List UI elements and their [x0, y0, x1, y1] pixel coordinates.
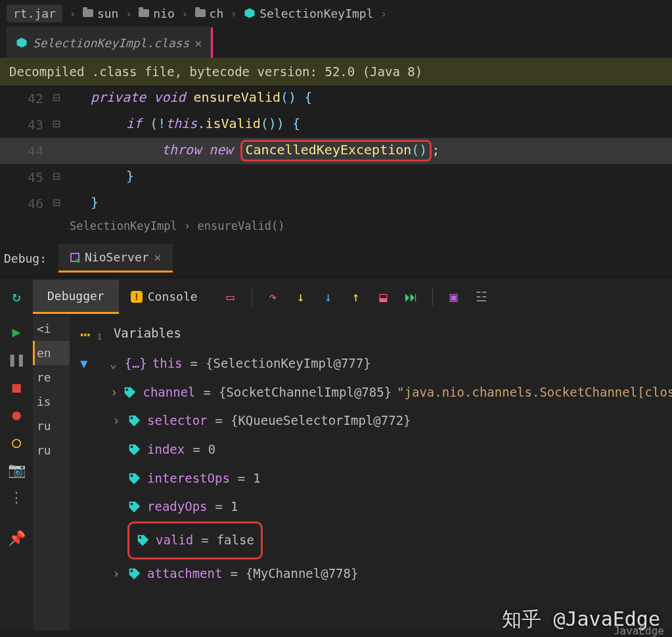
stop-icon[interactable]: ■ [9, 380, 24, 394]
line-number: 43 [0, 112, 53, 138]
exception-name: CancelledKeyException [245, 142, 411, 158]
class-icon [244, 7, 256, 19]
crumb-label: ch [210, 7, 224, 20]
field-icon [127, 500, 142, 514]
variables-title: Variables [114, 326, 181, 340]
class-icon [16, 37, 28, 49]
camera-icon[interactable]: 📷 [9, 462, 24, 477]
run-config-icon [70, 253, 79, 262]
filter-icon[interactable]: ▼ [80, 349, 87, 378]
rerun-icon[interactable]: ↻ [9, 290, 24, 304]
mute-bp-icon[interactable]: ◯ [9, 435, 24, 449]
field-icon [136, 533, 150, 548]
settings-icon[interactable]: ☳ [475, 290, 488, 303]
tab-console[interactable]: ! Console [119, 280, 210, 313]
close-icon[interactable]: ✕ [154, 250, 162, 264]
more-dots-icon[interactable]: … [80, 327, 91, 334]
editor-tab-bar: SelectionKeyImpl.class ✕ [0, 26, 672, 58]
var-value: {SocketChannelImpl@785} [219, 378, 392, 407]
var-row[interactable]: readyOps = 1 [74, 493, 668, 521]
code-editor[interactable]: 42 ⊟ private void ensureValid() { 43 ⊟ i… [0, 85, 672, 217]
var-row[interactable]: ›channel = {SocketChannelImpl@785} "java… [74, 378, 668, 407]
svg-point-4 [131, 445, 133, 448]
fold-icon[interactable]: ⊟ [53, 190, 64, 217]
var-name: valid [156, 526, 193, 555]
watermark-small: JavaEdge [614, 625, 664, 637]
debugger-toolbar: ↻ Debugger ! Console ▭ ↷ ↓ ↓ ↑ ⬓ ⏭ ▣ ☳ [0, 277, 672, 315]
collapse-icon[interactable]: ⌄ [107, 349, 119, 378]
frames-list[interactable]: <i en re is ru ru [33, 315, 70, 630]
crumb-class[interactable]: SelectionKeyImpl [244, 7, 373, 20]
show-exec-point-icon[interactable]: ▭ [224, 290, 237, 303]
close-icon[interactable]: ✕ [194, 36, 202, 50]
var-row[interactable]: valid = false [74, 521, 668, 560]
svg-point-8 [131, 569, 133, 572]
editor-context-crumb[interactable]: SelectionKeyImpl › ensureValid() [0, 217, 672, 239]
var-name: interestOps [147, 464, 230, 493]
resume-icon[interactable]: ▶ [9, 324, 24, 339]
crumb-nio[interactable]: nio [139, 7, 175, 20]
debug-panel: ▶ ❚❚ ■ ● ◯ 📷 ⋮ 📌 <i en re is ru ru …1 Va… [0, 315, 672, 630]
frame-row[interactable]: re [33, 365, 70, 389]
step-over-icon[interactable]: ↷ [267, 290, 280, 303]
var-name: selector [147, 406, 208, 435]
crumb-label: nio [153, 7, 175, 20]
evaluate-icon[interactable]: ▣ [447, 290, 460, 303]
decompiled-banner: Decompiled .class file, bytecode version… [0, 58, 672, 85]
crumb-root[interactable]: rt.jar [7, 5, 62, 22]
pin-icon[interactable]: 📌 [9, 531, 24, 545]
more-icon[interactable]: ⋮ [9, 490, 24, 504]
expand-icon[interactable]: › [110, 378, 118, 407]
svg-point-2 [126, 388, 129, 391]
field-icon [123, 385, 137, 400]
field-icon [127, 472, 142, 486]
variables-panel: …1 Variables ▼ ⌄ {…} this = {SelectionKe… [70, 315, 672, 630]
pause-icon[interactable]: ❚❚ [9, 352, 24, 366]
run-to-cursor-icon[interactable]: ⏭ [405, 290, 418, 303]
svg-point-5 [131, 474, 133, 477]
field-icon [127, 567, 142, 581]
svg-marker-1 [17, 38, 27, 48]
line-number: 46 [0, 190, 53, 217]
var-name: readyOps [147, 493, 208, 521]
debug-tab-row: Debug: NioServer ✕ [0, 239, 672, 277]
svg-point-7 [139, 537, 142, 539]
breakpoints-icon[interactable]: ● [9, 407, 24, 422]
variables-tree[interactable]: ▼ ⌄ {…} this = {SelectionKeyImpl@777} ›c… [74, 349, 668, 588]
var-value: {MyChannel@778} [246, 560, 359, 588]
crumb-ch[interactable]: ch [195, 7, 224, 20]
var-row[interactable]: ›attachment = {MyChannel@778} [74, 560, 668, 588]
folder-icon [139, 9, 149, 17]
crumb-sun[interactable]: sun [83, 7, 119, 20]
editor-tab[interactable]: SelectionKeyImpl.class ✕ [7, 26, 212, 58]
frame-row[interactable]: ru [33, 438, 70, 462]
line-number: 44 [0, 138, 53, 164]
object-icon: {…} [124, 349, 146, 378]
force-step-into-icon[interactable]: ↓ [322, 290, 335, 303]
var-value: {SelectionKeyImpl@777} [206, 349, 371, 378]
var-row[interactable]: index = 0 [74, 435, 668, 464]
var-name: channel [143, 378, 195, 407]
expand-icon[interactable]: › [110, 406, 122, 435]
frame-row[interactable]: ru [33, 414, 70, 438]
drop-frame-icon[interactable]: ⬓ [377, 290, 390, 303]
crumb-label: SelectionKeyImpl [259, 7, 373, 20]
frame-row[interactable]: is [33, 389, 70, 414]
var-row[interactable]: interestOps = 1 [74, 464, 668, 493]
debug-config-tab[interactable]: NioServer ✕ [58, 244, 173, 273]
fold-icon[interactable]: ⊟ [53, 85, 64, 112]
frame-row[interactable]: <i [33, 317, 70, 341]
expand-icon[interactable]: › [110, 560, 122, 588]
line-number: 42 [0, 85, 53, 112]
var-row[interactable]: ›selector = {KQueueSelectorImpl@772} [74, 406, 668, 435]
frame-row[interactable]: en [33, 341, 70, 365]
tab-debugger[interactable]: Debugger [33, 280, 119, 314]
field-icon [127, 414, 142, 428]
step-into-icon[interactable]: ↓ [294, 290, 307, 303]
fold-icon[interactable]: ⊟ [53, 164, 64, 190]
highlighted-var: valid = false [127, 521, 263, 560]
debug-side-toolbar: ▶ ❚❚ ■ ● ◯ 📷 ⋮ 📌 [0, 315, 33, 630]
fold-icon[interactable]: ⊟ [53, 112, 64, 138]
var-value: {KQueueSelectorImpl@772} [231, 406, 411, 435]
step-out-icon[interactable]: ↑ [349, 290, 363, 303]
